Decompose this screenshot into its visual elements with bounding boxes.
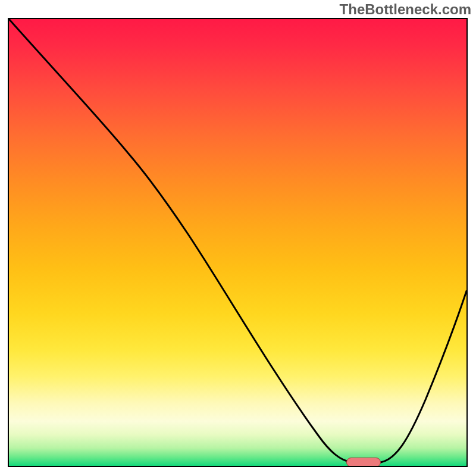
curve-layer [9,19,466,466]
bottleneck-curve [9,19,466,462]
optimal-range-marker [346,458,381,467]
plot-area [8,18,468,467]
bottleneck-chart: TheBottleneck.com [0,0,476,476]
watermark-label: TheBottleneck.com [340,1,471,18]
